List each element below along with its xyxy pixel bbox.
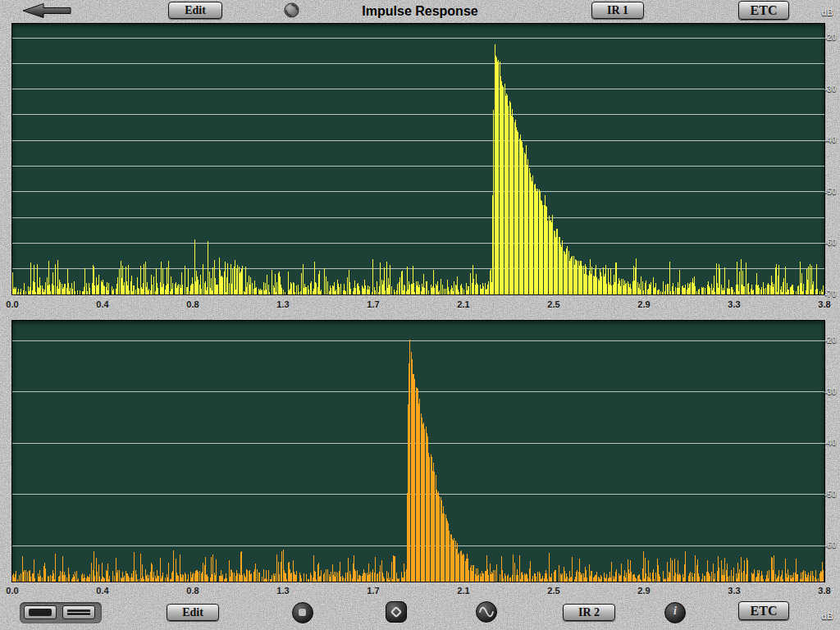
time-tick-label: 1.7 xyxy=(367,586,379,596)
db-tick-label: -30 xyxy=(824,387,836,396)
ir1-time-axis: 0.00.40.81.31.72.12.52.93.33.8 xyxy=(12,298,824,317)
time-tick-label: 1.7 xyxy=(367,299,379,309)
stop-button[interactable] xyxy=(292,602,313,623)
ir2-chart-panel[interactable] xyxy=(11,320,825,582)
app-screen: Impulse Response Edit IR 1 ETC dB -20-30… xyxy=(0,0,840,630)
time-tick-label: 0.4 xyxy=(96,586,108,596)
ir2-db-axis: -20-30-40-50-60 xyxy=(824,321,840,582)
db-tick-label: -40 xyxy=(824,438,836,447)
signal-generator-button[interactable] xyxy=(476,601,497,623)
info-button[interactable]: i xyxy=(664,602,686,623)
time-tick-label: 0.8 xyxy=(186,299,199,309)
edit-button-bottom[interactable]: Edit xyxy=(167,604,219,621)
db-tick-label: -50 xyxy=(824,187,836,196)
layout-toggle-group xyxy=(20,602,102,623)
db-tick-label: -60 xyxy=(824,541,836,550)
ir2-time-axis: 0.00.40.81.31.72.12.52.93.33.8 xyxy=(12,584,824,599)
edit-button-top[interactable]: Edit xyxy=(168,2,222,19)
etc-button-top[interactable]: ETC xyxy=(738,1,789,20)
layout-single-button[interactable] xyxy=(24,605,57,619)
ir2-chart xyxy=(12,321,824,582)
db-unit-label-bottom: dB xyxy=(821,611,833,621)
time-tick-label: 1.3 xyxy=(276,586,289,596)
db-tick-label: -40 xyxy=(824,135,836,144)
time-tick-label: 2.5 xyxy=(547,299,559,309)
time-tick-label: 3.3 xyxy=(728,586,740,596)
ir-bars xyxy=(12,44,824,294)
db-tick-label: -60 xyxy=(824,238,836,247)
time-tick-label: 0.8 xyxy=(186,586,199,596)
ir2-button[interactable]: IR 2 xyxy=(563,604,615,621)
db-tick-label: -50 xyxy=(824,490,836,499)
time-tick-label: 1.3 xyxy=(276,299,289,309)
single-view-icon xyxy=(29,609,52,616)
time-tick-label: 0.0 xyxy=(6,586,18,596)
db-tick-label: -70 xyxy=(824,290,836,299)
info-icon: i xyxy=(665,605,685,618)
stop-icon xyxy=(299,609,306,616)
time-tick-label: 2.1 xyxy=(457,586,469,596)
grid-lines xyxy=(12,38,824,294)
time-tick-label: 3.8 xyxy=(818,299,830,309)
ir1-chart-panel[interactable] xyxy=(11,23,825,295)
db-unit-label-top: dB xyxy=(821,7,833,17)
db-tick-label: -20 xyxy=(824,33,836,42)
time-tick-label: 0.0 xyxy=(6,299,18,309)
diamond-icon xyxy=(390,606,402,618)
time-tick-label: 0.4 xyxy=(96,299,108,309)
ir1-chart xyxy=(12,24,824,294)
etc-button-bottom[interactable]: ETC xyxy=(738,601,789,620)
time-tick-label: 3.3 xyxy=(728,299,740,309)
layout-split-button[interactable] xyxy=(62,605,95,619)
time-tick-label: 2.9 xyxy=(637,586,650,596)
split-view-icon xyxy=(67,609,90,616)
sine-wave-icon xyxy=(477,602,496,622)
grid-lines xyxy=(12,340,824,546)
shutter-icon[interactable] xyxy=(284,2,299,18)
time-tick-label: 2.1 xyxy=(457,299,469,309)
time-tick-label: 3.8 xyxy=(818,586,830,596)
ir1-button[interactable]: IR 1 xyxy=(591,2,644,19)
db-tick-label: -30 xyxy=(824,84,836,94)
time-tick-label: 2.5 xyxy=(547,586,559,596)
time-tick-label: 2.9 xyxy=(637,299,650,309)
page-title: Impulse Response xyxy=(0,4,840,19)
db-tick-label: -20 xyxy=(824,336,836,345)
marker-button[interactable] xyxy=(386,601,407,623)
ir1-db-axis: -20-30-40-50-60-70 xyxy=(824,24,840,294)
